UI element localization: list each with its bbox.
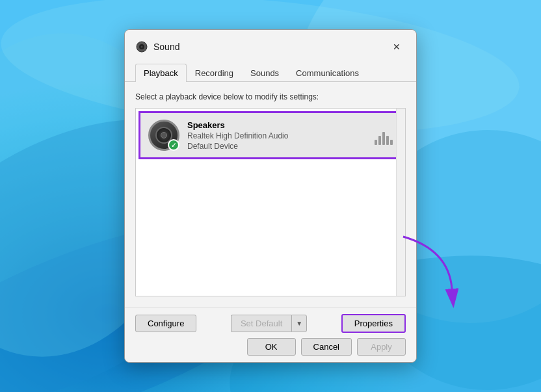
set-default-button[interactable]: Set Default xyxy=(231,315,291,332)
properties-button[interactable]: Properties xyxy=(341,314,406,333)
device-list: ✓ Speakers Realtek High Definition Audio… xyxy=(135,108,406,296)
ok-button[interactable]: OK xyxy=(247,338,296,356)
tab-bar: Playback Recording Sounds Communications xyxy=(125,59,416,82)
button-row-1: Configure Set Default ▼ Properties xyxy=(135,314,406,333)
dialog-content: Select a playback device below to modify… xyxy=(125,82,416,307)
set-default-group: Set Default ▼ xyxy=(231,315,307,332)
close-button[interactable]: ✕ xyxy=(388,38,406,56)
svg-point-11 xyxy=(141,46,143,48)
device-icon-wrapper: ✓ xyxy=(148,120,179,151)
scrollbar[interactable] xyxy=(396,109,405,296)
bar-2 xyxy=(378,136,381,145)
dialog-title: Sound xyxy=(153,42,179,52)
device-name: Speakers xyxy=(187,120,375,130)
sound-icon xyxy=(135,40,148,53)
bar-5 xyxy=(390,140,393,145)
default-check-icon: ✓ xyxy=(168,139,179,151)
title-bar: Sound ✕ xyxy=(125,30,416,56)
bar-3 xyxy=(382,132,385,145)
sound-dialog: Sound ✕ Playback Recording Sounds Commun… xyxy=(124,29,417,363)
tab-recording[interactable]: Recording xyxy=(187,64,242,82)
tab-communications[interactable]: Communications xyxy=(287,64,367,82)
device-status: Default Device xyxy=(187,142,375,151)
dialog-bottom: Configure Set Default ▼ Properties OK Ca… xyxy=(125,307,416,362)
set-default-dropdown[interactable]: ▼ xyxy=(291,315,307,332)
cancel-button[interactable]: Cancel xyxy=(301,338,352,356)
device-driver: Realtek High Definition Audio xyxy=(187,131,375,140)
bar-4 xyxy=(386,136,389,145)
configure-button[interactable]: Configure xyxy=(135,315,196,332)
apply-button[interactable]: Apply xyxy=(357,338,406,356)
tab-sounds[interactable]: Sounds xyxy=(242,64,287,82)
device-item-speakers[interactable]: ✓ Speakers Realtek High Definition Audio… xyxy=(139,111,402,159)
button-row-2: OK Cancel Apply xyxy=(135,338,406,356)
tab-playback[interactable]: Playback xyxy=(135,64,187,82)
description-text: Select a playback device below to modify… xyxy=(135,92,406,101)
level-bars xyxy=(375,125,393,145)
bar-1 xyxy=(375,140,377,145)
device-info: Speakers Realtek High Definition Audio D… xyxy=(187,120,375,151)
